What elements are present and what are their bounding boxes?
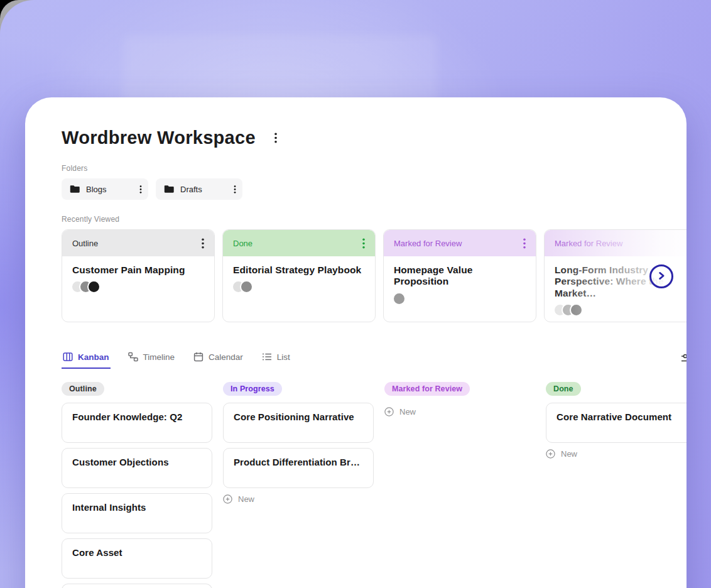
- plus-circle-icon: [223, 494, 232, 504]
- card-menu-button[interactable]: [198, 236, 208, 251]
- status-badge: Marked for Review: [394, 239, 462, 248]
- doc-title: Core Positioning Narrative: [234, 411, 363, 422]
- kanban-card[interactable]: Customer Objections: [62, 448, 212, 488]
- folder-menu-button[interactable]: [137, 184, 144, 195]
- folders-row: BlogsDrafts: [62, 178, 687, 200]
- column-status-pill: In Progress: [223, 382, 282, 396]
- page-title: Wordbrew Workspace: [62, 128, 256, 148]
- kanban-icon: [63, 352, 73, 362]
- workspace-content: Wordbrew Workspace Folders BlogsDrafts R…: [25, 97, 687, 588]
- card-menu-button[interactable]: [359, 236, 369, 251]
- kebab-icon: [523, 238, 526, 249]
- tab-calendar[interactable]: Calendar: [192, 352, 244, 369]
- tab-label: List: [277, 352, 290, 362]
- avatar-group: [555, 303, 687, 317]
- column-status-pill: Marked for Review: [384, 382, 470, 396]
- workspace-menu-button[interactable]: [271, 130, 281, 146]
- kanban-column-marked-for-review: Marked for ReviewNew: [384, 382, 535, 418]
- avatar: [240, 280, 253, 293]
- folder-icon: [164, 185, 174, 193]
- kanban-card-partial[interactable]: [62, 584, 212, 588]
- doc-title: Customer Objections: [72, 457, 202, 467]
- kanban-column-in-progress: In ProgressCore Positioning NarrativePro…: [223, 382, 374, 505]
- avatar-group: [394, 292, 526, 305]
- kanban-column-outline: OutlineFounder Knowledge: Q2Customer Obj…: [62, 382, 212, 588]
- workspace-panel: Wordbrew Workspace Folders BlogsDrafts R…: [25, 97, 687, 588]
- folders-label: Folders: [62, 164, 687, 173]
- kanban-card[interactable]: Internal Insights: [62, 493, 212, 533]
- tab-label: Kanban: [78, 352, 109, 362]
- workspace-header: Wordbrew Workspace: [62, 126, 687, 149]
- card-menu-button[interactable]: [519, 236, 529, 251]
- kanban-card[interactable]: Founder Knowledge: Q2: [62, 403, 212, 443]
- chevron-right-icon: [656, 271, 666, 283]
- avatar: [570, 303, 583, 317]
- column-status-pill: Outline: [62, 382, 104, 396]
- recently-viewed-row: OutlineCustomer Pain MappingDoneEditoria…: [62, 229, 687, 322]
- kanban-card[interactable]: Core Positioning Narrative: [223, 403, 374, 443]
- folder-name: Blogs: [86, 185, 131, 194]
- carousel-next-button[interactable]: [649, 264, 673, 288]
- folder-icon: [70, 185, 80, 193]
- doc-title: Founder Knowledge: Q2: [72, 411, 202, 422]
- kanban-board: OutlineFounder Knowledge: Q2Customer Obj…: [62, 382, 687, 588]
- kebab-icon: [274, 133, 277, 143]
- doc-title: Product Differentiation Breakd…: [234, 457, 363, 467]
- new-label: New: [561, 449, 577, 459]
- kanban-card[interactable]: Core Narrative Document: [546, 403, 687, 443]
- column-status-pill: Done: [546, 382, 581, 396]
- new-card-button[interactable]: New: [223, 493, 254, 505]
- recently-viewed-label: Recently Viewed: [62, 215, 687, 224]
- doc-title: Customer Pain Mapping: [72, 264, 204, 276]
- sliders-icon[interactable]: [681, 353, 687, 367]
- timeline-icon: [128, 352, 138, 362]
- view-tabs: KanbanTimelineCalendarList: [62, 352, 687, 369]
- avatar: [393, 292, 406, 305]
- folder-menu-button[interactable]: [231, 184, 239, 195]
- calendar-icon: [193, 352, 204, 362]
- status-badge: Outline: [72, 239, 98, 248]
- tab-label: Calendar: [209, 352, 243, 362]
- status-badge: Marked for Review: [555, 239, 622, 248]
- recent-doc-card[interactable]: OutlineCustomer Pain Mapping: [62, 229, 215, 322]
- tab-list[interactable]: List: [261, 352, 291, 369]
- doc-title: Internal Insights: [72, 502, 202, 513]
- kanban-column-done: DoneCore Narrative DocumentNew: [546, 382, 687, 460]
- kanban-card[interactable]: Core Asset: [62, 538, 212, 579]
- recent-doc-card[interactable]: Marked for ReviewHomepage Value Proposit…: [383, 229, 536, 322]
- status-badge: Done: [233, 239, 252, 248]
- tab-kanban[interactable]: Kanban: [62, 352, 111, 369]
- doc-title: Homepage Value Proposition: [394, 264, 526, 288]
- kebab-icon: [139, 185, 142, 193]
- plus-circle-icon: [384, 407, 394, 416]
- kebab-icon: [362, 238, 365, 249]
- doc-title: Editorial Strategy Playbook: [233, 264, 365, 276]
- doc-title: Core Asset: [72, 547, 202, 558]
- recent-doc-card[interactable]: DoneEditorial Strategy Playbook: [222, 229, 376, 322]
- tab-label: Timeline: [143, 352, 175, 362]
- avatar-group: [72, 280, 204, 293]
- new-card-button[interactable]: New: [546, 448, 577, 460]
- plus-circle-icon: [546, 449, 555, 459]
- kebab-icon: [202, 238, 204, 249]
- doc-title: Core Narrative Document: [556, 411, 686, 422]
- kebab-icon: [234, 185, 236, 193]
- tab-timeline[interactable]: Timeline: [127, 352, 176, 369]
- folder-chip-blogs[interactable]: Blogs: [62, 178, 148, 200]
- new-label: New: [238, 494, 254, 504]
- card-body: Customer Pain Mapping: [62, 256, 214, 293]
- folder-chip-drafts[interactable]: Drafts: [156, 178, 242, 200]
- card-body: Homepage Value Proposition: [384, 256, 536, 305]
- new-label: New: [399, 407, 416, 416]
- avatar: [87, 280, 100, 293]
- avatar-group: [233, 280, 365, 293]
- kanban-card[interactable]: Product Differentiation Breakd…: [223, 448, 374, 488]
- folder-name: Drafts: [180, 185, 225, 194]
- new-card-button[interactable]: New: [384, 406, 416, 418]
- list-icon: [262, 352, 272, 362]
- card-body: Editorial Strategy Playbook: [223, 256, 375, 293]
